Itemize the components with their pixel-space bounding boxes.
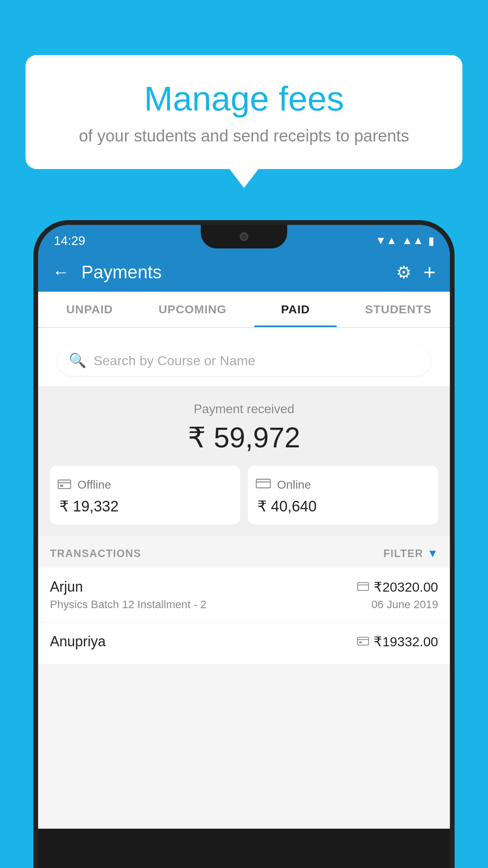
- transaction-date-1: 06 June 2019: [371, 598, 438, 611]
- offline-card-amount: ₹ 19,332: [58, 498, 232, 515]
- offline-card-type: Offline: [77, 478, 111, 491]
- add-button[interactable]: +: [423, 260, 436, 284]
- transaction-type-icon-1: [357, 580, 369, 594]
- filter-container[interactable]: FILTER ▼: [383, 547, 438, 560]
- transaction-row-2-top: Anupriya ₹19332.00: [50, 633, 438, 650]
- battery-icon: ▮: [428, 234, 434, 247]
- tab-paid[interactable]: PAID: [244, 292, 347, 327]
- gear-icon[interactable]: ⚙: [396, 262, 411, 282]
- side-button-vol-down: [33, 347, 35, 394]
- filter-label: FILTER: [383, 548, 423, 560]
- svg-rect-7: [358, 637, 369, 645]
- speech-bubble-container: Manage fees of your students and send re…: [26, 55, 462, 169]
- side-button-vol-up: [33, 303, 35, 335]
- transactions-header: TRANSACTIONS FILTER ▼: [38, 536, 450, 568]
- back-button[interactable]: ←: [52, 262, 70, 282]
- phone-container: 14:29 ▼▲ ▲▲ ▮ ← Payments ⚙ +: [33, 220, 455, 868]
- online-payment-card: Online ₹ 40,640: [248, 466, 438, 524]
- tab-upcoming[interactable]: UPCOMING: [141, 292, 244, 327]
- transaction-amount-1: ₹20320.00: [374, 579, 438, 595]
- svg-rect-5: [358, 583, 369, 590]
- svg-rect-9: [359, 642, 362, 643]
- search-bar[interactable]: 🔍 Search by Course or Name: [57, 345, 431, 376]
- search-icon: 🔍: [69, 352, 86, 369]
- transaction-name-1: Arjun: [50, 579, 83, 595]
- offline-payment-card: Offline ₹ 19,332: [50, 466, 240, 524]
- side-button-vol-down2: [33, 406, 35, 453]
- phone-notch: [201, 225, 287, 248]
- transaction-row-1[interactable]: Arjun ₹20320.00 Physics: [38, 568, 450, 622]
- wifi-icon: ▼▲: [375, 234, 397, 247]
- page-title: Payments: [81, 261, 384, 283]
- transaction-amount-container-2: ₹19332.00: [357, 634, 438, 649]
- payment-cards: Offline ₹ 19,332: [50, 466, 438, 524]
- transactions-label: TRANSACTIONS: [50, 548, 141, 560]
- transaction-name-2: Anupriya: [50, 633, 106, 650]
- transaction-amount-2: ₹19332.00: [374, 634, 438, 649]
- svg-rect-2: [60, 485, 63, 487]
- app-header: ← Payments ⚙ +: [38, 252, 450, 292]
- search-placeholder: Search by Course or Name: [94, 353, 255, 368]
- tab-unpaid[interactable]: UNPAID: [38, 292, 141, 327]
- svg-rect-3: [256, 479, 270, 488]
- status-icons: ▼▲ ▲▲ ▮: [375, 234, 434, 247]
- offline-icon: [58, 477, 71, 492]
- offline-card-header: Offline: [58, 477, 232, 492]
- camera-dot: [240, 232, 248, 241]
- signal-icon: ▲▲: [402, 234, 424, 247]
- payment-received-label: Payment received: [50, 402, 438, 416]
- speech-bubble: Manage fees of your students and send re…: [26, 55, 462, 169]
- filter-icon: ▼: [427, 547, 438, 560]
- transaction-amount-container-1: ₹20320.00: [357, 579, 438, 595]
- payment-received-amount: ₹ 59,972: [50, 421, 438, 454]
- online-card-header: Online: [256, 477, 430, 492]
- online-icon: [256, 477, 271, 492]
- payment-received-section: Payment received ₹ 59,972: [38, 386, 450, 536]
- transaction-row-1-bottom: Physics Batch 12 Installment - 2 06 June…: [50, 598, 438, 611]
- svg-rect-0: [58, 480, 71, 489]
- tab-students[interactable]: STUDENTS: [347, 292, 450, 327]
- phone-frame: 14:29 ▼▲ ▲▲ ▮ ← Payments ⚙ +: [33, 220, 455, 868]
- transaction-type-icon-2: [357, 635, 369, 648]
- status-time: 14:29: [54, 234, 85, 248]
- tabs-container: UNPAID UPCOMING PAID STUDENTS: [38, 292, 450, 328]
- side-button-power: [453, 351, 455, 414]
- bubble-subtitle: of your students and send receipts to pa…: [53, 127, 435, 145]
- phone-screen: ← Payments ⚙ + UNPAID UPCOMING PAID: [38, 252, 450, 829]
- bubble-title: Manage fees: [53, 79, 435, 119]
- online-card-type: Online: [277, 478, 311, 491]
- online-card-amount: ₹ 40,640: [256, 498, 430, 515]
- transaction-row-1-top: Arjun ₹20320.00: [50, 579, 438, 595]
- transaction-course-1: Physics Batch 12 Installment - 2: [50, 598, 206, 611]
- transaction-row-2[interactable]: Anupriya ₹19332.00: [38, 622, 450, 664]
